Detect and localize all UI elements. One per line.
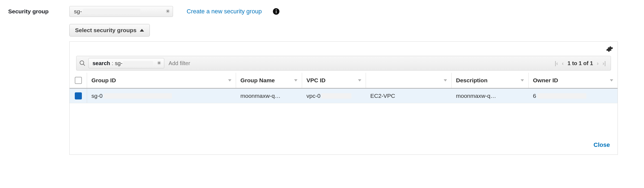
- cell-group-id-text: sg-0: [91, 93, 103, 99]
- select-security-groups-dropdown[interactable]: Select security groups: [69, 24, 150, 37]
- security-groups-panel: search : sg- |‹ ‹ 1 to 1 of 1 › ›|: [69, 41, 618, 155]
- close-icon[interactable]: [157, 60, 161, 66]
- redacted-text: [321, 93, 351, 99]
- cell-description: moonmaxw-q…: [452, 89, 529, 103]
- search-icon: [76, 60, 88, 66]
- pager-last-icon[interactable]: ›|: [603, 60, 606, 66]
- cell-group-id: sg-0: [87, 89, 236, 103]
- header-group-name-label: Group Name: [240, 77, 275, 84]
- sort-caret-icon: [610, 79, 613, 81]
- create-security-group-link[interactable]: Create a new security group: [187, 8, 262, 15]
- header-vpc-id[interactable]: VPC ID: [302, 73, 366, 88]
- security-group-label: Security group: [8, 8, 65, 15]
- cell-vpc-id-text: vpc-0: [306, 93, 320, 99]
- sort-caret-icon: [228, 79, 231, 81]
- cell-vpc-id: vpc-0: [302, 89, 366, 103]
- sort-caret-icon: [294, 79, 297, 81]
- row-checkbox-cell[interactable]: [70, 89, 87, 103]
- sort-caret-icon: [444, 79, 447, 81]
- filter-chip-sep: :: [110, 60, 115, 66]
- header-group-id[interactable]: Group ID: [87, 73, 236, 88]
- redacted-text: [83, 9, 140, 14]
- info-icon[interactable]: [273, 8, 280, 15]
- cell-group-name: moonmaxw-q…: [236, 89, 302, 103]
- cell-owner-id-text: 6: [533, 93, 536, 99]
- svg-line-5: [83, 64, 85, 66]
- close-button[interactable]: Close: [594, 141, 610, 148]
- redacted-text: [123, 61, 153, 65]
- table-header: Group ID Group Name VPC ID Description: [70, 73, 618, 89]
- pager: |‹ ‹ 1 to 1 of 1 › ›|: [550, 60, 611, 66]
- header-group-id-label: Group ID: [91, 77, 116, 84]
- svg-rect-2: [276, 11, 276, 13]
- header-vpc-id-label: VPC ID: [306, 77, 326, 84]
- selected-security-group-tag[interactable]: sg-: [69, 6, 173, 17]
- header-extra[interactable]: [366, 73, 452, 88]
- header-select-all[interactable]: [70, 73, 87, 88]
- redacted-text: [537, 93, 586, 99]
- table-row[interactable]: sg-0 moonmaxw-q… vpc-0 EC2-VPC moonmaxw-…: [70, 89, 618, 103]
- filter-chip-value: sg-: [115, 60, 123, 66]
- checkbox-icon[interactable]: [75, 92, 82, 99]
- pager-next-icon[interactable]: ›: [597, 60, 599, 66]
- header-group-name[interactable]: Group Name: [236, 73, 302, 88]
- redacted-text: [104, 93, 172, 99]
- svg-point-4: [80, 61, 84, 65]
- cell-extra: EC2-VPC: [366, 89, 452, 103]
- sort-caret-icon: [358, 79, 361, 81]
- header-owner-id-label: Owner ID: [533, 77, 558, 84]
- filter-chip-key: search: [93, 60, 110, 66]
- pager-count: 1 to 1 of 1: [568, 60, 593, 66]
- chevron-up-icon: [140, 29, 144, 32]
- header-owner-id[interactable]: Owner ID: [529, 73, 618, 88]
- pager-first-icon[interactable]: |‹: [555, 60, 558, 66]
- filter-chip[interactable]: search : sg-: [88, 58, 164, 68]
- dropdown-label: Select security groups: [75, 27, 136, 34]
- header-description-label: Description: [456, 77, 488, 84]
- filter-bar: search : sg- |‹ ‹ 1 to 1 of 1 › ›|: [76, 56, 611, 71]
- gear-icon[interactable]: [606, 46, 613, 53]
- header-description[interactable]: Description: [452, 73, 529, 88]
- sort-caret-icon: [521, 79, 524, 81]
- security-groups-table: Group ID Group Name VPC ID Description: [70, 73, 618, 103]
- svg-rect-3: [276, 9, 276, 10]
- checkbox-icon[interactable]: [75, 77, 82, 84]
- cell-owner-id: 6: [529, 89, 618, 103]
- close-icon[interactable]: [166, 8, 170, 15]
- pager-prev-icon[interactable]: ‹: [562, 60, 564, 66]
- selected-security-group-text: sg-: [74, 8, 82, 15]
- add-filter-input[interactable]: [168, 56, 550, 70]
